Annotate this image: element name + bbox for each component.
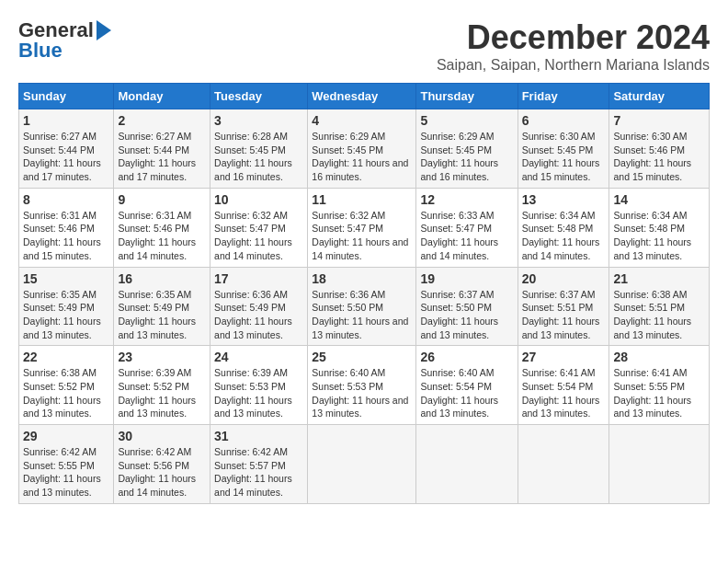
cell-info: Sunrise: 6:32 AMSunset: 5:47 PMDaylight:… bbox=[312, 209, 412, 263]
week-row-4: 22Sunrise: 6:38 AMSunset: 5:52 PMDayligh… bbox=[19, 346, 710, 425]
day-number: 6 bbox=[522, 113, 606, 128]
calendar-cell: 6Sunrise: 6:30 AMSunset: 5:45 PMDaylight… bbox=[518, 109, 609, 189]
calendar-cell: 26Sunrise: 6:40 AMSunset: 5:54 PMDayligh… bbox=[416, 346, 518, 425]
logo-blue: Blue bbox=[18, 39, 63, 63]
cell-info: Sunrise: 6:31 AMSunset: 5:46 PMDaylight:… bbox=[23, 209, 109, 263]
header-friday: Friday bbox=[518, 84, 609, 109]
day-number: 29 bbox=[23, 429, 109, 443]
day-number: 4 bbox=[312, 113, 412, 128]
cell-info: Sunrise: 6:38 AMSunset: 5:52 PMDaylight:… bbox=[23, 366, 109, 420]
calendar-cell: 22Sunrise: 6:38 AMSunset: 5:52 PMDayligh… bbox=[19, 346, 114, 425]
week-row-5: 29Sunrise: 6:42 AMSunset: 5:55 PMDayligh… bbox=[19, 425, 710, 504]
calendar-cell: 16Sunrise: 6:35 AMSunset: 5:49 PMDayligh… bbox=[114, 267, 210, 346]
day-number: 18 bbox=[312, 271, 412, 286]
calendar-cell: 2Sunrise: 6:27 AMSunset: 5:44 PMDaylight… bbox=[114, 109, 210, 189]
day-number: 19 bbox=[420, 271, 513, 286]
day-number: 23 bbox=[118, 350, 206, 364]
cell-info: Sunrise: 6:42 AMSunset: 5:55 PMDaylight:… bbox=[23, 445, 109, 500]
day-number: 15 bbox=[23, 271, 109, 286]
header-tuesday: Tuesday bbox=[210, 84, 308, 109]
calendar-cell: 11Sunrise: 6:32 AMSunset: 5:47 PMDayligh… bbox=[308, 188, 416, 267]
day-number: 2 bbox=[118, 113, 206, 128]
day-number: 7 bbox=[613, 113, 705, 128]
cell-info: Sunrise: 6:31 AMSunset: 5:46 PMDaylight:… bbox=[118, 209, 206, 263]
calendar-cell: 1Sunrise: 6:27 AMSunset: 5:44 PMDaylight… bbox=[19, 109, 114, 189]
day-number: 25 bbox=[312, 350, 412, 364]
day-number: 16 bbox=[118, 271, 206, 286]
day-number: 10 bbox=[214, 192, 303, 207]
page-header: General Blue December 2024 Saipan, Saipa… bbox=[18, 18, 710, 74]
calendar-cell: 30Sunrise: 6:42 AMSunset: 5:56 PMDayligh… bbox=[114, 425, 210, 504]
cell-info: Sunrise: 6:37 AMSunset: 5:51 PMDaylight:… bbox=[522, 288, 606, 342]
day-number: 12 bbox=[420, 192, 513, 207]
day-number: 13 bbox=[522, 192, 606, 207]
title-block: December 2024 Saipan, Saipan, Northern M… bbox=[437, 18, 710, 74]
cell-info: Sunrise: 6:33 AMSunset: 5:47 PMDaylight:… bbox=[420, 209, 513, 263]
day-number: 21 bbox=[613, 271, 705, 286]
day-number: 28 bbox=[613, 350, 705, 364]
cell-info: Sunrise: 6:40 AMSunset: 5:54 PMDaylight:… bbox=[420, 366, 513, 420]
header-sunday: Sunday bbox=[19, 84, 114, 109]
calendar-cell bbox=[518, 425, 609, 504]
cell-info: Sunrise: 6:32 AMSunset: 5:47 PMDaylight:… bbox=[214, 209, 303, 263]
cell-info: Sunrise: 6:29 AMSunset: 5:45 PMDaylight:… bbox=[420, 130, 513, 184]
cell-info: Sunrise: 6:36 AMSunset: 5:49 PMDaylight:… bbox=[214, 288, 303, 342]
day-number: 31 bbox=[214, 429, 303, 443]
calendar-cell: 14Sunrise: 6:34 AMSunset: 5:48 PMDayligh… bbox=[609, 188, 710, 267]
cell-info: Sunrise: 6:40 AMSunset: 5:53 PMDaylight:… bbox=[312, 366, 412, 420]
day-number: 11 bbox=[312, 192, 412, 207]
calendar-cell: 20Sunrise: 6:37 AMSunset: 5:51 PMDayligh… bbox=[518, 267, 609, 346]
calendar-cell: 3Sunrise: 6:28 AMSunset: 5:45 PMDaylight… bbox=[210, 109, 308, 189]
calendar-cell: 10Sunrise: 6:32 AMSunset: 5:47 PMDayligh… bbox=[210, 188, 308, 267]
calendar-cell: 29Sunrise: 6:42 AMSunset: 5:55 PMDayligh… bbox=[19, 425, 114, 504]
page-subtitle: Saipan, Saipan, Northern Mariana Islands bbox=[437, 57, 710, 74]
calendar-cell: 9Sunrise: 6:31 AMSunset: 5:46 PMDaylight… bbox=[114, 188, 210, 267]
day-number: 17 bbox=[214, 271, 303, 286]
cell-info: Sunrise: 6:34 AMSunset: 5:48 PMDaylight:… bbox=[522, 209, 606, 263]
day-number: 27 bbox=[522, 350, 606, 364]
cell-info: Sunrise: 6:27 AMSunset: 5:44 PMDaylight:… bbox=[23, 130, 109, 184]
week-row-2: 8Sunrise: 6:31 AMSunset: 5:46 PMDaylight… bbox=[19, 188, 710, 267]
week-row-3: 15Sunrise: 6:35 AMSunset: 5:49 PMDayligh… bbox=[19, 267, 710, 346]
calendar-cell: 7Sunrise: 6:30 AMSunset: 5:46 PMDaylight… bbox=[609, 109, 710, 189]
cell-info: Sunrise: 6:37 AMSunset: 5:50 PMDaylight:… bbox=[420, 288, 513, 342]
cell-info: Sunrise: 6:41 AMSunset: 5:54 PMDaylight:… bbox=[522, 366, 606, 420]
calendar-cell: 12Sunrise: 6:33 AMSunset: 5:47 PMDayligh… bbox=[416, 188, 518, 267]
cell-info: Sunrise: 6:27 AMSunset: 5:44 PMDaylight:… bbox=[118, 130, 206, 184]
header-wednesday: Wednesday bbox=[308, 84, 416, 109]
calendar-cell: 17Sunrise: 6:36 AMSunset: 5:49 PMDayligh… bbox=[210, 267, 308, 346]
cell-info: Sunrise: 6:30 AMSunset: 5:46 PMDaylight:… bbox=[613, 130, 705, 184]
header-row: SundayMondayTuesdayWednesdayThursdayFrid… bbox=[19, 84, 710, 109]
calendar-table: SundayMondayTuesdayWednesdayThursdayFrid… bbox=[18, 83, 710, 504]
calendar-cell: 4Sunrise: 6:29 AMSunset: 5:45 PMDaylight… bbox=[308, 109, 416, 189]
day-number: 22 bbox=[23, 350, 109, 364]
calendar-cell: 28Sunrise: 6:41 AMSunset: 5:55 PMDayligh… bbox=[609, 346, 710, 425]
logo-arrow-icon bbox=[97, 20, 111, 40]
week-row-1: 1Sunrise: 6:27 AMSunset: 5:44 PMDaylight… bbox=[19, 109, 710, 189]
calendar-cell: 31Sunrise: 6:42 AMSunset: 5:57 PMDayligh… bbox=[210, 425, 308, 504]
day-number: 1 bbox=[23, 113, 109, 128]
cell-info: Sunrise: 6:42 AMSunset: 5:56 PMDaylight:… bbox=[118, 445, 206, 500]
cell-info: Sunrise: 6:35 AMSunset: 5:49 PMDaylight:… bbox=[118, 288, 206, 342]
calendar-cell bbox=[308, 425, 416, 504]
calendar-cell bbox=[609, 425, 710, 504]
calendar-cell: 15Sunrise: 6:35 AMSunset: 5:49 PMDayligh… bbox=[19, 267, 114, 346]
cell-info: Sunrise: 6:34 AMSunset: 5:48 PMDaylight:… bbox=[613, 209, 705, 263]
day-number: 30 bbox=[118, 429, 206, 443]
calendar-cell: 13Sunrise: 6:34 AMSunset: 5:48 PMDayligh… bbox=[518, 188, 609, 267]
day-number: 3 bbox=[214, 113, 303, 128]
calendar-cell bbox=[416, 425, 518, 504]
header-thursday: Thursday bbox=[416, 84, 518, 109]
cell-info: Sunrise: 6:30 AMSunset: 5:45 PMDaylight:… bbox=[522, 130, 606, 184]
calendar-cell: 24Sunrise: 6:39 AMSunset: 5:53 PMDayligh… bbox=[210, 346, 308, 425]
day-number: 14 bbox=[613, 192, 705, 207]
calendar-cell: 8Sunrise: 6:31 AMSunset: 5:46 PMDaylight… bbox=[19, 188, 114, 267]
day-number: 9 bbox=[118, 192, 206, 207]
calendar-cell: 25Sunrise: 6:40 AMSunset: 5:53 PMDayligh… bbox=[308, 346, 416, 425]
day-number: 24 bbox=[214, 350, 303, 364]
calendar-cell: 23Sunrise: 6:39 AMSunset: 5:52 PMDayligh… bbox=[114, 346, 210, 425]
calendar-cell: 21Sunrise: 6:38 AMSunset: 5:51 PMDayligh… bbox=[609, 267, 710, 346]
cell-info: Sunrise: 6:29 AMSunset: 5:45 PMDaylight:… bbox=[312, 130, 412, 184]
calendar-cell: 27Sunrise: 6:41 AMSunset: 5:54 PMDayligh… bbox=[518, 346, 609, 425]
cell-info: Sunrise: 6:35 AMSunset: 5:49 PMDaylight:… bbox=[23, 288, 109, 342]
